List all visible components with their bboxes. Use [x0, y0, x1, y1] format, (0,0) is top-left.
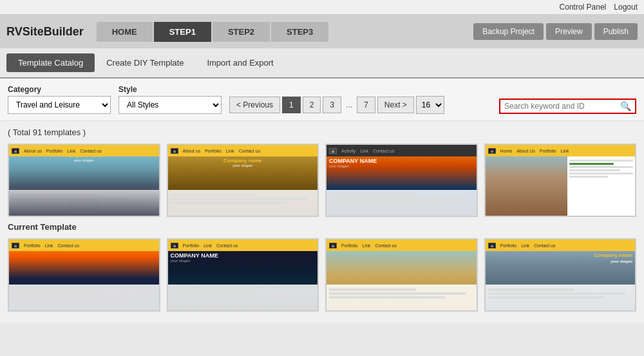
- logout-link[interactable]: Logout: [614, 3, 638, 12]
- template-card-2[interactable]: ⊞ About us Portfolio Link Contact us Com…: [167, 144, 319, 217]
- template-nav-bar-1: ⊞ About us Portfolio Link Contact us: [9, 145, 159, 156]
- template-preview-8: ⊞ Portfolio Link Contact us Company name…: [486, 239, 636, 310]
- next-button[interactable]: Next >: [377, 97, 414, 113]
- template-grid-row1: Company name your slogan ⊞ About us Port…: [8, 144, 636, 217]
- per-page-select[interactable]: 16 32 48: [416, 96, 444, 114]
- control-panel-link[interactable]: Control Panel: [560, 3, 607, 12]
- tab-import-export[interactable]: Import and Export: [195, 53, 285, 72]
- tab-create-diy[interactable]: Create DIY Template: [95, 53, 195, 72]
- step-tabs: HOME STEP1 STEP2 STEP3: [97, 22, 474, 42]
- search-box: 🔍: [499, 98, 636, 114]
- publish-button[interactable]: Publish: [594, 23, 638, 40]
- backup-project-button[interactable]: Backup Project: [473, 23, 544, 40]
- template-card-3[interactable]: ⊞ Activity Link Contact us COMPANY NAME …: [325, 144, 478, 217]
- template-content-3: [327, 190, 477, 216]
- header-right-buttons: Backup Project Preview Publish: [473, 23, 638, 40]
- template-preview-2: ⊞ About us Portfolio Link Contact us Com…: [168, 145, 318, 216]
- page-1-button[interactable]: 1: [282, 97, 301, 113]
- category-label: Category: [8, 85, 111, 94]
- template-nav-bar-6: ⊞ Portfolio Link Contact us: [168, 239, 318, 251]
- template-preview-3: ⊞ Activity Link Contact us COMPANY NAME …: [327, 145, 477, 216]
- page-2-button[interactable]: 2: [303, 97, 321, 113]
- current-template-label: Current Template: [8, 222, 636, 232]
- template-preview-5: ⊞ Portfolio Link Contact us: [9, 239, 159, 310]
- tab-step2[interactable]: STEP2: [213, 22, 270, 42]
- category-filter-group: Category Travel and Leisure Business Tec…: [8, 85, 111, 114]
- pagination: < Previous 1 2 3 ... 7 Next > 16 32 48: [229, 96, 444, 114]
- template-content-7: [327, 285, 477, 310]
- template-id-1: 7-527: [70, 200, 98, 211]
- template-grid-row2: ⊞ Portfolio Link Contact us ⊞ Portfolio …: [8, 238, 636, 312]
- search-input[interactable]: [504, 102, 620, 111]
- template-nav-bar-2: ⊞ About us Portfolio Link Contact us: [168, 145, 318, 156]
- template-content-8: [486, 285, 636, 310]
- filters-bar: Category Travel and Leisure Business Tec…: [0, 79, 644, 121]
- template-content-5: [9, 285, 159, 310]
- template-content-1: [9, 190, 159, 216]
- prev-button[interactable]: < Previous: [229, 97, 280, 113]
- template-content-6: [168, 285, 318, 310]
- top-bar: Control Panel Logout: [0, 0, 644, 15]
- logo: RVSiteBuilder: [6, 25, 84, 39]
- total-label: ( Total 91 templates ): [8, 127, 636, 137]
- template-nav-bar-3: ⊞ Activity Link Contact us: [327, 145, 477, 156]
- header: RVSiteBuilder HOME STEP1 STEP2 STEP3 Bac…: [0, 15, 644, 48]
- style-filter-group: Style All Styles Corporate Modern: [118, 85, 222, 114]
- page-dots: ...: [343, 97, 355, 113]
- tab-template-catalog[interactable]: Template Catalog: [6, 53, 95, 72]
- category-select[interactable]: Travel and Leisure Business Technology: [8, 96, 111, 114]
- tab-home[interactable]: HOME: [97, 22, 153, 42]
- page-3-button[interactable]: 3: [323, 97, 341, 113]
- template-card-6[interactable]: ⊞ Portfolio Link Contact us COMPANY NAME…: [167, 238, 319, 312]
- page-7-button[interactable]: 7: [357, 97, 375, 113]
- template-card-1[interactable]: Company name your slogan ⊞ About us Port…: [8, 144, 160, 217]
- template-preview-6: ⊞ Portfolio Link Contact us COMPANY NAME…: [168, 239, 318, 310]
- template-nav-bar-8: ⊞ Portfolio Link Contact us: [486, 239, 636, 251]
- preview-button[interactable]: Preview: [546, 23, 592, 40]
- template-card-5[interactable]: ⊞ Portfolio Link Contact us: [8, 238, 160, 312]
- tab-step3[interactable]: STEP3: [271, 22, 328, 42]
- tab-step1[interactable]: STEP1: [154, 22, 211, 42]
- template-card-8[interactable]: ⊞ Portfolio Link Contact us Company name…: [484, 238, 637, 312]
- template-nav-bar-7: ⊞ Portfolio Link Contact us: [327, 239, 477, 251]
- template-nav-bar-4: ⊞ Home About Us Portfolio Link: [486, 145, 636, 156]
- template-card-4[interactable]: ⊞ Home About Us Portfolio Link Company n…: [484, 144, 637, 217]
- template-content-2: [168, 190, 318, 216]
- template-card-7[interactable]: ⊞ Portfolio Link Contact us: [325, 238, 478, 312]
- nav-tabs: Template Catalog Create DIY Template Imp…: [0, 48, 644, 79]
- style-select[interactable]: All Styles Corporate Modern: [118, 96, 222, 114]
- search-icon[interactable]: 🔍: [620, 101, 631, 111]
- template-preview-7: ⊞ Portfolio Link Contact us: [327, 239, 477, 310]
- template-preview-4: ⊞ Home About Us Portfolio Link Company n…: [486, 145, 636, 216]
- main-content: ( Total 91 templates ) Company name your…: [0, 121, 644, 323]
- template-nav-bar-5: ⊞ Portfolio Link Contact us: [9, 239, 159, 251]
- style-label: Style: [118, 85, 222, 94]
- template-preview-1: Company name your slogan ⊞ About us Port…: [9, 145, 159, 216]
